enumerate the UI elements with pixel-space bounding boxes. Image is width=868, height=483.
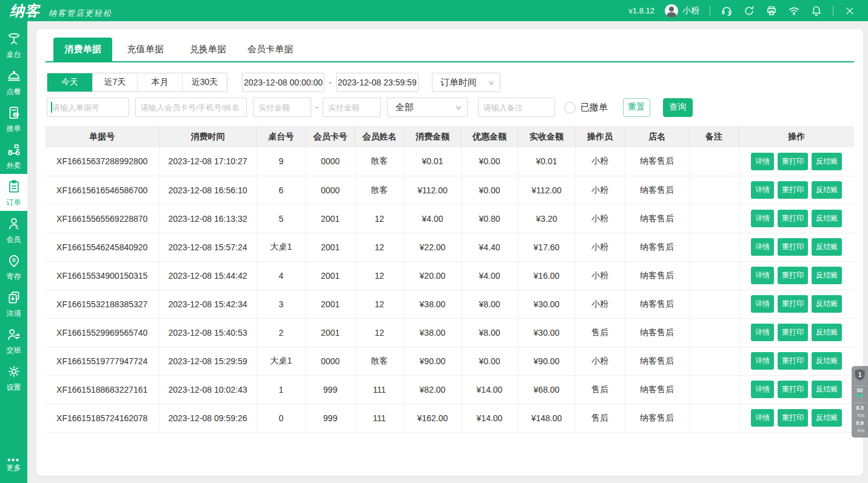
cell-bill-no: XF16615532188385327 bbox=[45, 290, 159, 318]
detail-button[interactable]: 详情 bbox=[751, 210, 774, 227]
wifi-icon[interactable] bbox=[788, 5, 800, 17]
member-search-input[interactable] bbox=[135, 98, 247, 117]
reprint-button[interactable]: 重打印 bbox=[778, 381, 808, 398]
detail-button[interactable]: 详情 bbox=[751, 409, 774, 427]
customer-service-icon[interactable] bbox=[721, 5, 733, 17]
reprint-button[interactable]: 重打印 bbox=[778, 153, 808, 170]
range-7days-button[interactable]: 近7天 bbox=[92, 73, 137, 92]
detail-button[interactable]: 详情 bbox=[751, 324, 774, 341]
revoked-radio[interactable] bbox=[564, 102, 576, 113]
cell-card-no: 999 bbox=[306, 375, 355, 404]
reverse-checkout-button[interactable]: 反结账 bbox=[812, 267, 842, 284]
reprint-button[interactable]: 重打印 bbox=[778, 238, 808, 256]
close-icon[interactable] bbox=[844, 5, 856, 17]
reverse-checkout-button[interactable]: 反结账 bbox=[812, 181, 842, 199]
cell-amount: ¥20.00 bbox=[404, 261, 461, 290]
tab-recharge-bills[interactable]: 充值单据 bbox=[116, 38, 175, 61]
cell-actions: 详情重打印反结账 bbox=[739, 404, 854, 432]
cell-actions: 详情重打印反结账 bbox=[739, 204, 854, 233]
filter-row-search: - 全部 ∨ 已撤单 重置 查询 bbox=[47, 98, 854, 117]
shield-icon[interactable]: 1 bbox=[854, 368, 866, 384]
sidebar-item-more[interactable]: ••• 更多 bbox=[0, 450, 27, 479]
sync-icon[interactable] bbox=[743, 5, 755, 17]
detail-button[interactable]: 详情 bbox=[751, 352, 774, 370]
search-button[interactable]: 查询 bbox=[663, 98, 693, 117]
cell-actions: 详情重打印反结账 bbox=[739, 147, 854, 176]
cell-remark bbox=[689, 375, 739, 404]
table-header-row: 单据号 消费时间 桌台号 会员卡号 会员姓名 消费金额 优惠金额 实收金额 操作… bbox=[45, 126, 854, 147]
svg-text:寄: 寄 bbox=[12, 257, 16, 262]
net-speed-widget[interactable]: 1 0.3 ↑K/s 0.9 ↓K/s bbox=[852, 366, 868, 438]
more-dots-icon: ••• bbox=[7, 458, 20, 462]
cell-bill-no: XF16615546245840920 bbox=[45, 233, 159, 261]
detail-button[interactable]: 详情 bbox=[751, 181, 774, 199]
reprint-button[interactable]: 重打印 bbox=[778, 267, 808, 284]
detail-button[interactable]: 详情 bbox=[751, 153, 774, 170]
reprint-button[interactable]: 重打印 bbox=[778, 409, 808, 427]
detail-button[interactable]: 详情 bbox=[751, 381, 774, 398]
col-store: 店名 bbox=[625, 126, 689, 147]
remark-input[interactable] bbox=[478, 98, 555, 117]
sidebar-item-orders[interactable]: 订单 bbox=[0, 174, 27, 211]
tab-consume-bills[interactable]: 消费单据 bbox=[53, 38, 112, 61]
receipt-icon bbox=[6, 105, 22, 123]
sidebar-item-members[interactable]: 会员 bbox=[0, 211, 27, 248]
notifications-icon[interactable] bbox=[810, 5, 823, 17]
reprint-button[interactable]: 重打印 bbox=[778, 295, 808, 313]
detail-button[interactable]: 详情 bbox=[751, 238, 774, 256]
quick-range-group: 今天 近7天 本月 近30天 bbox=[47, 73, 227, 92]
cell-operator: 小粉 bbox=[575, 147, 625, 176]
user-menu[interactable]: 小粉 bbox=[665, 4, 699, 18]
sidebar-item-label: 交班 bbox=[7, 347, 21, 355]
printer-icon[interactable] bbox=[765, 5, 778, 17]
sidebar-item-shift-change[interactable]: 交班 bbox=[0, 322, 27, 359]
reverse-checkout-button[interactable]: 反结账 bbox=[812, 381, 842, 398]
cell-time: 2023-12-08 15:29:59 bbox=[159, 347, 257, 375]
reset-button[interactable]: 重置 bbox=[623, 98, 650, 117]
reverse-checkout-button[interactable]: 反结账 bbox=[812, 352, 842, 370]
reverse-checkout-button[interactable]: 反结账 bbox=[812, 324, 842, 341]
sidebar-item-tables[interactable]: 桌台 bbox=[0, 26, 27, 63]
amount-max-input[interactable] bbox=[323, 98, 381, 117]
sidebar-item-storage[interactable]: 寄 寄存 bbox=[0, 248, 27, 285]
range-30days-button[interactable]: 近30天 bbox=[182, 73, 227, 92]
detail-button[interactable]: 详情 bbox=[751, 267, 774, 284]
date-to-input[interactable]: 2023-12-08 23:59:59 bbox=[336, 73, 419, 92]
reverse-checkout-button[interactable]: 反结账 bbox=[812, 238, 842, 256]
reprint-button[interactable]: 重打印 bbox=[778, 181, 808, 199]
filter-row-date: 今天 近7天 本月 近30天 2023-12-08 00:00:00 - 202… bbox=[47, 73, 854, 92]
cell-operator: 小粉 bbox=[575, 176, 625, 204]
reprint-button[interactable]: 重打印 bbox=[778, 210, 808, 227]
date-from-input[interactable]: 2023-12-08 00:00:00 bbox=[242, 73, 325, 92]
tab-exchange-bills[interactable]: 兑换单据 bbox=[178, 38, 237, 61]
cell-received: ¥68.00 bbox=[518, 375, 575, 404]
pay-type-select[interactable]: 全部 ∨ bbox=[387, 98, 468, 117]
brand-logo: 纳客 bbox=[10, 2, 40, 20]
tabbar: 消费单据 充值单据 兑换单据 会员卡单据 bbox=[45, 38, 854, 62]
reprint-button[interactable]: 重打印 bbox=[778, 324, 808, 341]
sidebar-item-delivery[interactable]: 外卖 bbox=[0, 137, 27, 174]
sidebar-item-sold-out[interactable]: 沽清 bbox=[0, 285, 27, 322]
reverse-checkout-button[interactable]: 反结账 bbox=[812, 409, 842, 427]
reverse-checkout-button[interactable]: 反结账 bbox=[812, 153, 842, 170]
sidebar-item-settings[interactable]: 设置 bbox=[0, 359, 27, 396]
detail-button[interactable]: 详情 bbox=[751, 295, 774, 313]
amount-min-input[interactable] bbox=[253, 98, 311, 117]
date-type-select[interactable]: 订单时间 ∨ bbox=[432, 73, 500, 92]
reverse-checkout-button[interactable]: 反结账 bbox=[812, 210, 842, 227]
cup-gauge-icon[interactable] bbox=[855, 388, 864, 401]
cell-member: 散客 bbox=[355, 347, 404, 375]
cell-amount: ¥38.00 bbox=[404, 290, 461, 318]
tab-member-card-bills[interactable]: 会员卡单据 bbox=[241, 38, 300, 61]
reverse-checkout-button[interactable]: 反结账 bbox=[812, 295, 842, 313]
range-month-button[interactable]: 本月 bbox=[137, 73, 182, 92]
cell-time: 2023-12-08 10:02:43 bbox=[159, 375, 257, 404]
sidebar-item-accept-orders[interactable]: 接单 bbox=[0, 100, 27, 137]
bill-no-input[interactable] bbox=[47, 98, 129, 117]
sidebar-item-ordering[interactable]: 点餐 bbox=[0, 63, 27, 100]
cell-remark bbox=[689, 290, 739, 318]
cell-member: 111 bbox=[355, 404, 404, 432]
range-today-button[interactable]: 今天 bbox=[47, 73, 92, 92]
revoked-radio-group[interactable]: 已撤单 bbox=[564, 102, 608, 113]
reprint-button[interactable]: 重打印 bbox=[778, 352, 808, 370]
